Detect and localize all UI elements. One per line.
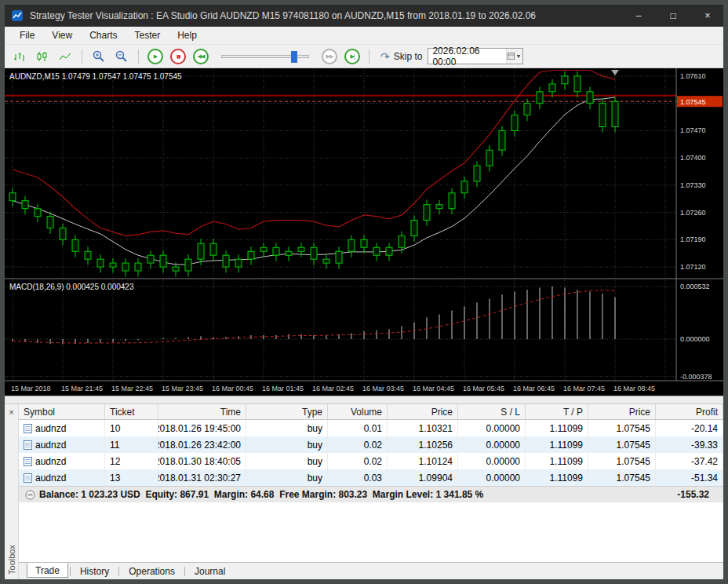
tab-separator — [184, 567, 185, 576]
menu-file[interactable]: File — [11, 27, 43, 43]
svg-text:1.07545: 1.07545 — [680, 98, 706, 106]
pause-button[interactable]: ▮▮ — [170, 49, 186, 64]
cell-ticket: 11 — [105, 436, 158, 453]
svg-text:16 Mar 02:45: 16 Mar 02:45 — [312, 385, 354, 392]
cell-symbol: audnzd — [19, 469, 105, 486]
dropdown-arrow-icon: ▼ — [515, 53, 521, 59]
column-header-price2[interactable]: Price — [588, 404, 656, 419]
line-chart-button[interactable] — [55, 48, 75, 65]
panel-close-button[interactable]: × — [9, 404, 13, 420]
bar-chart-icon — [13, 51, 26, 62]
column-header-time[interactable]: Time — [158, 404, 246, 419]
cell-volume: 0.01 — [328, 420, 388, 436]
column-header-ticket[interactable]: Ticket — [105, 404, 158, 419]
cell-time: 2018.01.26 19:45:00 — [158, 420, 246, 436]
svg-text:16 Mar 03:45: 16 Mar 03:45 — [362, 385, 404, 392]
app-icon — [11, 9, 24, 22]
svg-text:15 Mar 2018: 15 Mar 2018 — [11, 385, 51, 392]
column-header-tp[interactable]: T / P — [526, 404, 588, 419]
trade-table-header: SymbolTicketTimeTypeVolumePriceS / LT / … — [19, 404, 723, 420]
candlestick-chart-button[interactable] — [32, 48, 53, 65]
cell-ticket: 12 — [105, 453, 158, 469]
window-title: Strategy Tester Visualization : EA Studi… — [30, 10, 618, 21]
cell-symbol: audnzd — [19, 436, 105, 453]
cell-profit: -39.33 — [656, 436, 723, 453]
speed-slider[interactable] — [221, 55, 309, 58]
cell-profit: -20.14 — [656, 420, 723, 436]
speed-slider-thumb[interactable] — [291, 51, 297, 63]
column-header-volume[interactable]: Volume — [328, 404, 388, 419]
cell-type: buy — [246, 469, 328, 486]
zoom-out-icon — [115, 50, 128, 63]
order-icon — [24, 457, 32, 466]
bottom-tab-bar: TradeHistoryOperationsJournal — [19, 562, 723, 579]
cell-price2: 1.07545 — [588, 420, 656, 436]
cell-symbol: audnzd — [19, 453, 105, 469]
panel-filler — [19, 502, 723, 562]
tab-separator — [118, 567, 119, 576]
tab-history[interactable]: History — [72, 564, 117, 579]
minimize-button[interactable]: – — [624, 6, 653, 25]
menu-help[interactable]: Help — [169, 27, 206, 43]
balance-summary: Balance: 1 023.23 USD Equity: 867.91 Mar… — [39, 489, 483, 500]
zoom-in-icon — [93, 50, 105, 63]
tab-separator — [70, 567, 71, 576]
cell-price: 1.10321 — [388, 420, 458, 436]
svg-text:16 Mar 07:45: 16 Mar 07:45 — [563, 385, 605, 392]
menu-tester[interactable]: Tester — [126, 27, 169, 43]
toolbar-separator — [138, 49, 139, 64]
cell-price: 1.10124 — [388, 453, 458, 469]
column-header-profit[interactable]: Profit — [656, 404, 723, 419]
cell-profit: -37.42 — [656, 453, 723, 469]
svg-text:1.07470: 1.07470 — [680, 126, 706, 134]
maximize-button[interactable]: □ — [659, 6, 687, 25]
rewind-icon: ◀◀ — [198, 53, 205, 60]
svg-text:-0.000378: -0.000378 — [680, 373, 712, 381]
fast-forward-button[interactable]: ▶▶ — [322, 49, 337, 64]
chart-canvas[interactable]: 1.076101.075401.074701.074001.073301.072… — [5, 68, 723, 396]
cell-type: buy — [246, 453, 328, 469]
svg-text:1.07330: 1.07330 — [680, 181, 706, 189]
cell-volume: 0.02 — [328, 453, 388, 469]
svg-text:16 Mar 08:45: 16 Mar 08:45 — [613, 385, 655, 392]
skip-to-group: ↷ Skip to — [380, 50, 422, 63]
cell-time: 2018.01.26 23:42:00 — [158, 436, 246, 453]
play-button[interactable]: ▶ — [147, 49, 163, 64]
cell-tp: 1.11099 — [526, 469, 588, 486]
close-button[interactable]: × — [693, 6, 722, 25]
menu-charts[interactable]: Charts — [81, 27, 126, 43]
zoom-out-button[interactable] — [111, 48, 132, 65]
titlebar: Strategy Tester Visualization : EA Studi… — [5, 5, 723, 27]
cell-tp: 1.11099 — [526, 453, 588, 469]
svg-text:1.07610: 1.07610 — [680, 72, 706, 80]
column-header-type[interactable]: Type — [246, 404, 328, 419]
menu-view[interactable]: View — [43, 27, 81, 43]
table-row[interactable]: audnzd132018.01.31 02:30:27buy0.031.0990… — [19, 469, 723, 486]
chart-area[interactable]: 1.076101.075401.074701.074001.073301.072… — [5, 68, 723, 396]
order-icon — [24, 473, 32, 483]
table-row[interactable]: audnzd112018.01.26 23:42:00buy0.021.1025… — [19, 436, 723, 453]
column-header-price[interactable]: Price — [388, 404, 458, 419]
column-header-sl[interactable]: S / L — [458, 404, 526, 419]
skip-to-date-combo[interactable]: 2026.02.06 00:00 ▼ — [428, 48, 523, 64]
svg-text:1.07190: 1.07190 — [680, 235, 706, 243]
tab-operations[interactable]: Operations — [121, 564, 183, 579]
calendar-icon — [508, 53, 515, 60]
column-header-symbol[interactable]: Symbol — [19, 404, 105, 419]
table-row[interactable]: audnzd102018.01.26 19:45:00buy0.011.1032… — [19, 420, 723, 436]
zoom-in-button[interactable] — [89, 48, 109, 65]
toolbar-separator — [82, 49, 82, 64]
tab-journal[interactable]: Journal — [187, 564, 233, 579]
date-dropdown-button[interactable]: ▼ — [506, 49, 523, 64]
table-row[interactable]: audnzd122018.01.30 18:40:05buy0.021.1012… — [19, 453, 723, 469]
svg-text:1.07260: 1.07260 — [680, 209, 706, 217]
bar-chart-button[interactable] — [9, 48, 30, 65]
panel-splitter[interactable] — [5, 396, 723, 404]
line-chart-icon — [59, 51, 71, 62]
pause-icon: ▮▮ — [177, 53, 180, 59]
rewind-button[interactable]: ◀◀ — [193, 49, 209, 64]
tab-trade[interactable]: Trade — [27, 563, 68, 578]
cell-sl: 0.00000 — [458, 453, 526, 469]
cell-symbol: audnzd — [19, 420, 105, 436]
skip-to-end-button[interactable]: ▶| — [344, 49, 360, 64]
